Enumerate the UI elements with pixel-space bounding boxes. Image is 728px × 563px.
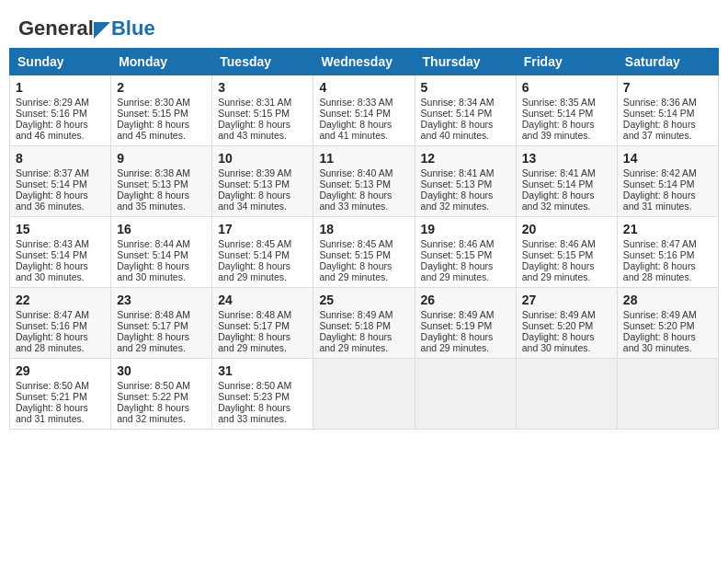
calendar-day-cell: 23Sunrise: 8:48 AMSunset: 5:17 PMDayligh… <box>111 288 212 359</box>
sunset-text: Sunset: 5:14 PM <box>421 108 493 119</box>
sunset-text: Sunset: 5:13 PM <box>319 178 391 190</box>
calendar-day-cell: 26Sunrise: 8:49 AMSunset: 5:19 PMDayligh… <box>415 288 516 359</box>
sunrise-text: Sunrise: 8:30 AM <box>117 97 190 108</box>
daylight-text: Daylight: 8 hours and 31 minutes. <box>623 190 696 212</box>
day-number: 6 <box>522 80 611 95</box>
sunrise-text: Sunrise: 8:49 AM <box>522 309 596 320</box>
calendar-day-cell: 5Sunrise: 8:34 AMSunset: 5:14 PMDaylight… <box>415 75 516 146</box>
daylight-text: Daylight: 8 hours and 39 minutes. <box>522 119 595 141</box>
calendar-header: SundayMondayTuesdayWednesdayThursdayFrid… <box>10 49 719 75</box>
calendar-day-cell: 28Sunrise: 8:49 AMSunset: 5:20 PMDayligh… <box>617 288 718 359</box>
sunrise-text: Sunrise: 8:43 AM <box>16 238 89 249</box>
sunset-text: Sunset: 5:20 PM <box>522 320 594 331</box>
day-number: 29 <box>16 363 105 378</box>
day-number: 16 <box>117 222 206 236</box>
day-number: 8 <box>16 151 105 166</box>
calendar-day-cell: 16Sunrise: 8:44 AMSunset: 5:14 PMDayligh… <box>111 217 212 288</box>
calendar-day-cell: 12Sunrise: 8:41 AMSunset: 5:13 PMDayligh… <box>415 146 516 217</box>
sunset-text: Sunset: 5:14 PM <box>16 249 87 260</box>
weekday-header-wednesday: Wednesday <box>313 49 415 75</box>
day-number: 17 <box>218 222 307 236</box>
calendar-day-cell: 19Sunrise: 8:46 AMSunset: 5:15 PMDayligh… <box>415 217 516 288</box>
daylight-text: Daylight: 8 hours and 29 minutes. <box>421 260 494 282</box>
daylight-text: Daylight: 8 hours and 37 minutes. <box>623 119 696 141</box>
day-number: 27 <box>522 293 611 307</box>
day-number: 22 <box>16 293 105 307</box>
day-number: 14 <box>623 151 712 166</box>
logo-triangle-icon <box>94 22 110 39</box>
sunset-text: Sunset: 5:15 PM <box>218 108 290 119</box>
sunset-text: Sunset: 5:14 PM <box>522 108 594 119</box>
calendar-day-cell: 18Sunrise: 8:45 AMSunset: 5:15 PMDayligh… <box>313 217 415 288</box>
sunset-text: Sunset: 5:14 PM <box>319 108 391 119</box>
sunrise-text: Sunrise: 8:41 AM <box>421 167 495 178</box>
day-number: 5 <box>421 80 510 95</box>
daylight-text: Daylight: 8 hours and 28 minutes. <box>623 260 696 282</box>
daylight-text: Daylight: 8 hours and 30 minutes. <box>623 331 696 353</box>
svg-marker-0 <box>94 22 110 39</box>
day-number: 20 <box>522 222 611 236</box>
calendar-day-cell: 20Sunrise: 8:46 AMSunset: 5:15 PMDayligh… <box>516 217 617 288</box>
day-number: 28 <box>623 293 712 307</box>
calendar-day-cell: 30Sunrise: 8:50 AMSunset: 5:22 PMDayligh… <box>111 359 212 430</box>
daylight-text: Daylight: 8 hours and 32 minutes. <box>117 402 189 424</box>
daylight-text: Daylight: 8 hours and 29 minutes. <box>319 331 392 353</box>
daylight-text: Daylight: 8 hours and 32 minutes. <box>421 190 494 212</box>
weekday-header-thursday: Thursday <box>415 49 516 75</box>
daylight-text: Daylight: 8 hours and 35 minutes. <box>117 190 189 212</box>
day-number: 18 <box>319 222 408 236</box>
calendar-day-cell: 14Sunrise: 8:42 AMSunset: 5:14 PMDayligh… <box>617 146 718 217</box>
weekday-header-sunday: Sunday <box>10 49 111 75</box>
logo: General Blue <box>18 18 155 39</box>
weekday-header-saturday: Saturday <box>617 49 718 75</box>
weekday-header-tuesday: Tuesday <box>212 49 313 75</box>
weekday-header-monday: Monday <box>111 49 212 75</box>
calendar-day-cell <box>516 359 617 430</box>
daylight-text: Daylight: 8 hours and 29 minutes. <box>218 331 290 353</box>
sunset-text: Sunset: 5:14 PM <box>623 108 695 119</box>
sunrise-text: Sunrise: 8:39 AM <box>218 167 291 178</box>
daylight-text: Daylight: 8 hours and 43 minutes. <box>218 119 290 141</box>
sunset-text: Sunset: 5:15 PM <box>421 249 493 260</box>
sunrise-text: Sunrise: 8:46 AM <box>421 238 495 249</box>
logo-blue: Blue <box>111 18 155 39</box>
sunset-text: Sunset: 5:20 PM <box>623 320 695 331</box>
sunset-text: Sunset: 5:17 PM <box>218 320 290 331</box>
day-number: 24 <box>218 293 307 307</box>
calendar-day-cell: 2Sunrise: 8:30 AMSunset: 5:15 PMDaylight… <box>111 75 212 146</box>
sunrise-text: Sunrise: 8:38 AM <box>117 167 190 178</box>
calendar-day-cell: 22Sunrise: 8:47 AMSunset: 5:16 PMDayligh… <box>10 288 111 359</box>
calendar-day-cell: 13Sunrise: 8:41 AMSunset: 5:14 PMDayligh… <box>516 146 617 217</box>
day-number: 11 <box>319 151 408 166</box>
calendar-week-row: 29Sunrise: 8:50 AMSunset: 5:21 PMDayligh… <box>10 359 719 430</box>
daylight-text: Daylight: 8 hours and 33 minutes. <box>319 190 392 212</box>
sunset-text: Sunset: 5:15 PM <box>522 249 594 260</box>
sunset-text: Sunset: 5:14 PM <box>522 178 594 190</box>
calendar-day-cell <box>617 359 718 430</box>
weekday-header-friday: Friday <box>516 49 617 75</box>
calendar-day-cell: 8Sunrise: 8:37 AMSunset: 5:14 PMDaylight… <box>10 146 111 217</box>
day-number: 12 <box>421 151 510 166</box>
page-header: General Blue <box>9 9 719 43</box>
calendar-week-row: 8Sunrise: 8:37 AMSunset: 5:14 PMDaylight… <box>10 146 719 217</box>
sunset-text: Sunset: 5:14 PM <box>623 178 695 190</box>
logo-text: General Blue <box>18 18 155 39</box>
calendar-day-cell: 6Sunrise: 8:35 AMSunset: 5:14 PMDaylight… <box>516 75 617 146</box>
calendar-week-row: 22Sunrise: 8:47 AMSunset: 5:16 PMDayligh… <box>10 288 719 359</box>
daylight-text: Daylight: 8 hours and 28 minutes. <box>16 331 88 353</box>
day-number: 10 <box>218 151 307 166</box>
sunrise-text: Sunrise: 8:48 AM <box>218 309 291 320</box>
sunset-text: Sunset: 5:13 PM <box>421 178 493 190</box>
sunrise-text: Sunrise: 8:36 AM <box>623 97 697 108</box>
sunrise-text: Sunrise: 8:49 AM <box>421 309 495 320</box>
weekday-header-row: SundayMondayTuesdayWednesdayThursdayFrid… <box>10 49 719 75</box>
calendar-day-cell: 29Sunrise: 8:50 AMSunset: 5:21 PMDayligh… <box>10 359 111 430</box>
sunrise-text: Sunrise: 8:31 AM <box>218 97 291 108</box>
sunset-text: Sunset: 5:14 PM <box>16 178 87 190</box>
sunset-text: Sunset: 5:15 PM <box>117 108 188 119</box>
sunrise-text: Sunrise: 8:33 AM <box>319 97 392 108</box>
day-number: 15 <box>16 222 105 236</box>
sunset-text: Sunset: 5:21 PM <box>16 391 87 402</box>
calendar-day-cell <box>313 359 415 430</box>
calendar-day-cell: 9Sunrise: 8:38 AMSunset: 5:13 PMDaylight… <box>111 146 212 217</box>
